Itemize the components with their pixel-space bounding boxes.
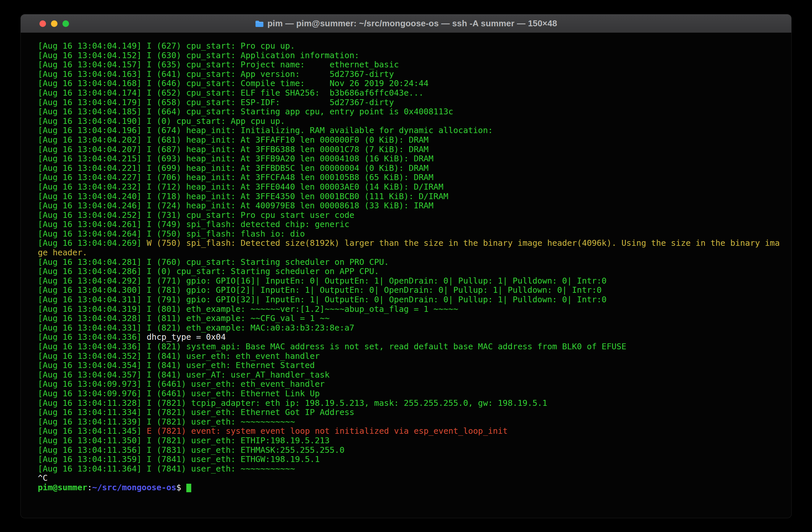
- log-timestamp: [Aug 16 13:04:04.336]: [38, 342, 147, 351]
- log-text: I (841) user_eth: eth_event_handler: [147, 351, 320, 361]
- log-timestamp: [Aug 16 13:04:04.179]: [38, 98, 147, 107]
- log-text: I (821) system_api: Base MAC address is …: [147, 342, 626, 351]
- log-line: [Aug 16 13:04:04.281] I (760) cpu_start:…: [38, 258, 782, 267]
- log-timestamp: [Aug 16 13:04:04.202]: [38, 135, 147, 145]
- log-text: I (724) heap_init: At 400979E8 len 00008…: [147, 201, 433, 210]
- log-line: [Aug 16 13:04:04.207] I (687) heap_init:…: [38, 145, 782, 155]
- log-timestamp: [Aug 16 13:04:11.334]: [38, 407, 147, 417]
- log-timestamp: [Aug 16 13:04:11.350]: [38, 436, 147, 445]
- log-text: I (699) heap_init: At 3FFBDB5C len 00000…: [147, 163, 429, 173]
- log-text: I (771) gpio: GPIO[16]| InputEn: 0| Outp…: [147, 276, 607, 286]
- prompt-symbol: $: [176, 483, 186, 492]
- log-line: [Aug 16 13:04:04.168] I (646) cpu_start:…: [38, 79, 782, 88]
- traffic-lights: [40, 14, 69, 32]
- title-bar[interactable]: pim — pim@summer: ~/src/mongoose-os — ss…: [21, 14, 791, 33]
- log-text: W (750) spi_flash: Detected size(8192k) …: [147, 238, 780, 248]
- log-text: ^C: [38, 473, 48, 483]
- minimize-button[interactable]: [51, 20, 58, 27]
- log-text: I (687) heap_init: At 3FFB6388 len 00001…: [147, 145, 429, 154]
- log-timestamp: [Aug 16 13:04:04.292]: [38, 276, 147, 286]
- log-text: I (658) cpu_start: ESP-IDF: 5d27367-dirt…: [147, 98, 394, 107]
- log-text: I (7821) tcpip_adapter: eth ip: 198.19.5…: [147, 398, 547, 408]
- log-text: I (841) user_AT: user_AT_handler_task: [147, 370, 330, 379]
- log-timestamp: [Aug 16 13:04:04.261]: [38, 219, 147, 229]
- log-timestamp: [Aug 16 13:04:04.300]: [38, 285, 147, 295]
- log-line: [Aug 16 13:04:04.336] I (821) system_api…: [38, 342, 782, 351]
- log-text: I (6461) user_eth: Ethernet Link Up: [147, 389, 320, 398]
- log-line: [Aug 16 13:04:04.149] I (627) cpu_start:…: [38, 41, 782, 51]
- log-line: [Aug 16 13:04:04.252] I (731) cpu_start:…: [38, 211, 782, 220]
- log-line: [Aug 16 13:04:04.300] I (781) gpio: GPIO…: [38, 286, 782, 295]
- log-timestamp: [Aug 16 13:04:04.163]: [38, 69, 147, 79]
- log-timestamp: [Aug 16 13:04:04.286]: [38, 267, 147, 276]
- log-timestamp: [Aug 16 13:04:09.976]: [38, 389, 147, 398]
- zoom-button[interactable]: [62, 20, 69, 27]
- log-timestamp: [Aug 16 13:04:04.281]: [38, 257, 147, 267]
- log-line: [Aug 16 13:04:09.973] I (6461) user_eth:…: [38, 379, 782, 389]
- log-timestamp: [Aug 16 13:04:04.336]: [38, 332, 147, 342]
- log-line: [Aug 16 13:04:04.152] I (630) cpu_start:…: [38, 51, 782, 60]
- log-timestamp: [Aug 16 13:04:11.359]: [38, 455, 147, 464]
- log-line: [Aug 16 13:04:04.311] I (791) gpio: GPIO…: [38, 295, 782, 305]
- log-text: I (652) cpu_start: ELF file SHA256: b3b6…: [147, 88, 424, 98]
- log-text: dhcp_type = 0x04: [147, 332, 226, 342]
- log-text: I (7841) user_eth: ~~~~~~~~~~~: [147, 464, 295, 474]
- log-line: [Aug 16 13:04:04.190] I (0) cpu_start: A…: [38, 117, 782, 126]
- terminal-screen[interactable]: [Aug 16 13:04:04.149] I (627) cpu_start:…: [21, 33, 791, 518]
- log-line: [Aug 16 13:04:04.354] I (841) user_eth: …: [38, 361, 782, 370]
- log-text: E (7821) event: system event loop not in…: [147, 426, 508, 436]
- close-button[interactable]: [40, 20, 46, 27]
- log-line: [Aug 16 13:04:11.356] I (7831) user_eth:…: [38, 446, 782, 455]
- log-timestamp: [Aug 16 13:04:04.174]: [38, 88, 147, 98]
- log-line: [Aug 16 13:04:11.334] I (7821) user_eth:…: [38, 408, 782, 417]
- log-line: [Aug 16 13:04:11.364] I (7841) user_eth:…: [38, 464, 782, 474]
- log-text: I (674) heap_init: Initializing. RAM ava…: [147, 126, 493, 135]
- log-line: [Aug 16 13:04:04.292] I (771) gpio: GPIO…: [38, 276, 782, 286]
- log-timestamp: [Aug 16 13:04:04.352]: [38, 351, 147, 361]
- log-text: I (646) cpu_start: Compile time: Nov 26 …: [147, 78, 429, 88]
- log-text: I (635) cpu_start: Project name: etherne…: [147, 60, 399, 69]
- log-line: [Aug 16 13:04:04.352] I (841) user_eth: …: [38, 351, 782, 361]
- log-text: I (664) cpu_start: Starting app cpu, ent…: [147, 107, 453, 116]
- log-timestamp: [Aug 16 13:04:04.190]: [38, 116, 147, 126]
- window-title-text: pim — pim@summer: ~/src/mongoose-os — ss…: [267, 18, 557, 29]
- log-timestamp: [Aug 16 13:04:11.328]: [38, 398, 147, 408]
- log-line: [Aug 16 13:04:04.269] W (750) spi_flash:…: [38, 239, 782, 248]
- log-line: [Aug 16 13:04:04.319] I (801) eth_exampl…: [38, 305, 782, 314]
- log-timestamp: [Aug 16 13:04:09.973]: [38, 379, 147, 389]
- log-text: I (841) user_eth: Ethernet Started: [147, 360, 315, 370]
- terminal-output: [Aug 16 13:04:04.149] I (627) cpu_start:…: [38, 41, 782, 483]
- log-timestamp: [Aug 16 13:04:04.246]: [38, 201, 147, 210]
- log-line: [Aug 16 13:04:04.246] I (724) heap_init:…: [38, 201, 782, 211]
- prompt-line: pim@summer:~/src/mongoose-os$: [38, 483, 782, 492]
- log-timestamp: [Aug 16 13:04:04.319]: [38, 304, 147, 314]
- log-timestamp: [Aug 16 13:04:04.357]: [38, 370, 147, 379]
- log-line: [Aug 16 13:04:04.261] I (749) spi_flash:…: [38, 220, 782, 229]
- log-timestamp: [Aug 16 13:04:04.196]: [38, 126, 147, 135]
- log-text: I (750) spi_flash: flash io: dio: [147, 229, 305, 239]
- prompt-path: ~/src/mongoose-os: [92, 483, 176, 492]
- log-text: I (693) heap_init: At 3FFB9A20 len 00004…: [147, 154, 433, 163]
- log-timestamp: [Aug 16 13:04:04.264]: [38, 229, 147, 239]
- log-text: I (0) cpu_start: Starting scheduler on A…: [147, 267, 379, 276]
- log-text: I (821) eth_example: MAC:a0:a3:b3:23:8e:…: [147, 323, 354, 332]
- log-timestamp: [Aug 16 13:04:04.331]: [38, 323, 147, 332]
- terminal-cursor: [186, 484, 191, 492]
- log-text: I (791) gpio: GPIO[32]| InputEn: 1| Outp…: [147, 295, 607, 304]
- log-line: [Aug 16 13:04:04.163] I (641) cpu_start:…: [38, 70, 782, 79]
- log-line: [Aug 16 13:04:04.179] I (658) cpu_start:…: [38, 98, 782, 107]
- log-timestamp: [Aug 16 13:04:04.311]: [38, 295, 147, 304]
- log-line: [Aug 16 13:04:04.357] I (841) user_AT: u…: [38, 370, 782, 380]
- desktop-background: pim — pim@summer: ~/src/mongoose-os — ss…: [0, 0, 812, 532]
- log-line: [Aug 16 13:04:11.328] I (7821) tcpip_ada…: [38, 399, 782, 408]
- log-text: I (760) cpu_start: Starting scheduler on…: [147, 257, 389, 267]
- log-line: [Aug 16 13:04:11.359] I (7841) user_eth:…: [38, 455, 782, 464]
- log-line: [Aug 16 13:04:04.174] I (652) cpu_start:…: [38, 88, 782, 98]
- log-line: [Aug 16 13:04:04.336] dhcp_type = 0x04: [38, 332, 782, 342]
- log-text: I (801) eth_example: ~~~~~~ver:[1.2]~~~~…: [147, 304, 458, 314]
- prompt-colon: :: [87, 483, 92, 492]
- log-line: [Aug 16 13:04:04.264] I (750) spi_flash:…: [38, 229, 782, 239]
- log-text: I (7821) user_eth: ~~~~~~~~~~~: [147, 417, 295, 427]
- log-line: [Aug 16 13:04:04.286] I (0) cpu_start: S…: [38, 267, 782, 276]
- log-timestamp: [Aug 16 13:04:04.227]: [38, 173, 147, 182]
